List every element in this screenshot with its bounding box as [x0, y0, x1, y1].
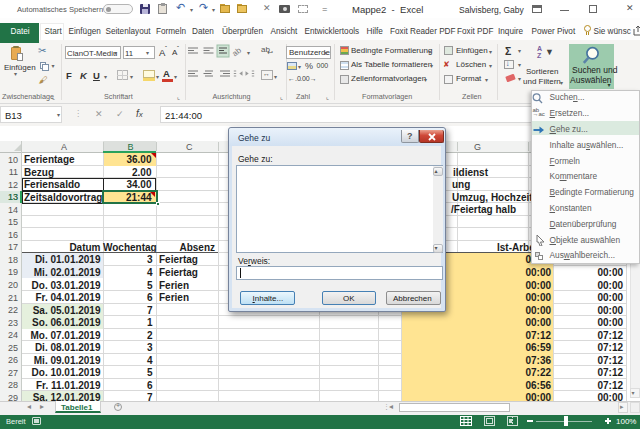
svg-text:ab: ab: [230, 45, 243, 58]
